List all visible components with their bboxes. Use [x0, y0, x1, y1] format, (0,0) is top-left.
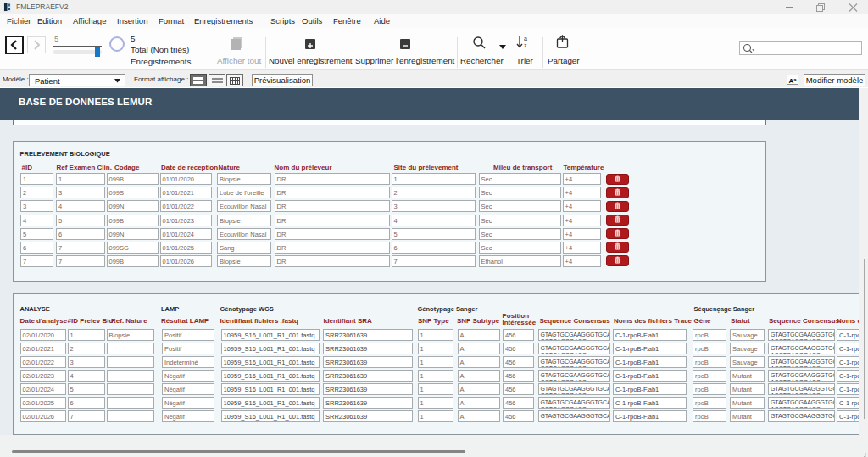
svg-text:a: a: [524, 36, 527, 42]
svg-text:z: z: [524, 42, 527, 48]
